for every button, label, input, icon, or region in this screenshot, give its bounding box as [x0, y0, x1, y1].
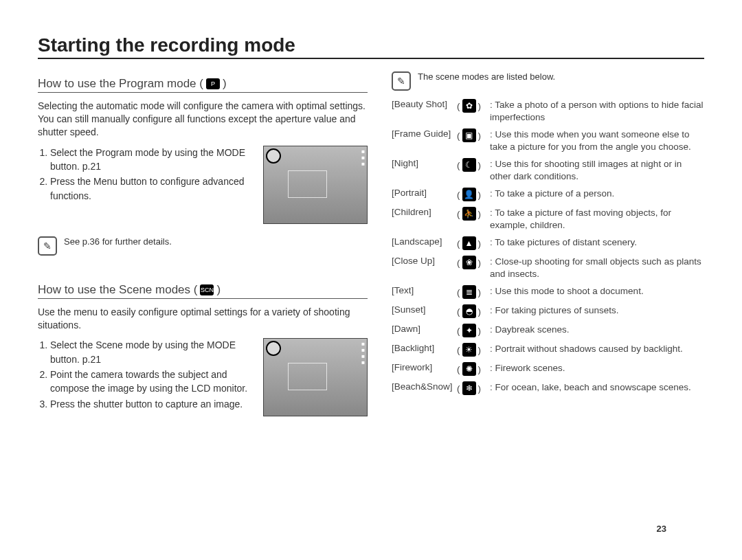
scene-mode-icon-wrap: ( ❄ )	[457, 381, 490, 395]
dawn-icon: ✦	[462, 324, 476, 337]
scene-mode-label: [Portrait]	[392, 188, 457, 198]
text-icon: ≣	[462, 285, 476, 299]
beauty-icon: ✿	[462, 99, 476, 113]
note-icon: ✎	[392, 71, 411, 91]
scene-mode-row: [Sunset]( ◓ )For taking pictures of suns…	[392, 302, 704, 321]
step: Press the shutter button to capture an i…	[50, 397, 255, 411]
scene-mode-icon: SCN	[200, 284, 214, 295]
scene-mode-desc: Close-up shooting for small objects such…	[490, 256, 704, 280]
scene-mode-desc: To take pictures of distant scenery.	[490, 236, 704, 249]
scene-mode-desc: Portrait without shadows caused by backl…	[490, 343, 704, 355]
scene-mode-row: [Portrait]( 👤 )To take a picture of a pe…	[392, 185, 704, 204]
heading-text: How to use the Scene modes (	[38, 283, 197, 297]
scene-mode-label: [Backlight]	[392, 343, 457, 353]
night-icon: ☾	[462, 158, 476, 172]
beach-snow-icon: ❄	[462, 381, 476, 395]
heading-text-post: )	[223, 77, 227, 91]
scene-mode-row: [Night]( ☾ )Use this for shooting still …	[392, 155, 704, 185]
mode-indicator-icon	[266, 148, 281, 164]
scene-mode-row: [Beach&Snow]( ❄ )For ocean, lake, beach …	[392, 379, 704, 398]
scene-mode-heading: How to use the Scene modes ( SCN )	[38, 283, 368, 299]
scene-mode-icon-wrap: ( 👤 )	[457, 188, 490, 201]
scene-mode-row: [Dawn]( ✦ )Daybreak scenes.	[392, 321, 704, 340]
scene-mode-desc: For ocean, lake, beach and snowscape sce…	[490, 381, 704, 394]
scene-mode-icon-wrap: ( ✺ )	[457, 362, 490, 376]
preview-status-icons: ■■■	[361, 148, 365, 167]
scene-mode-icon-wrap: ( ▣ )	[457, 128, 490, 142]
scene-mode-icon-wrap: ( ◓ )	[457, 304, 490, 318]
scene-mode-row: [Firework]( ✺ )Firework scenes.	[392, 359, 704, 379]
scene-mode-icon-wrap: ( ▲ )	[457, 236, 490, 250]
scene-mode-desc: Use this for shooting still images at ni…	[490, 158, 704, 182]
scene-mode-desc: Firework scenes.	[490, 362, 704, 374]
heading-text-post: )	[216, 283, 221, 297]
scene-mode-label: [Night]	[392, 158, 457, 168]
step: Press the Menu button to configure advan…	[50, 175, 255, 203]
scene-mode-icon-wrap: ( ⛹ )	[457, 207, 490, 221]
scene-mode-label: [Sunset]	[392, 304, 457, 315]
step: Select the Scene mode by using the MODE …	[50, 338, 255, 366]
scene-mode-label: [Close Up]	[392, 256, 457, 266]
children-icon: ⛹	[462, 207, 476, 221]
scene-mode-desc: Daybreak scenes.	[490, 324, 704, 336]
scene-mode-label: [Beauty Shot]	[392, 99, 457, 109]
scene-mode-icon-wrap: ( ☀ )	[457, 343, 490, 357]
scene-mode-label: [Landscape]	[392, 236, 457, 247]
scene-steps: Select the Scene mode by using the MODE …	[50, 338, 255, 416]
scene-mode-icon-wrap: ( ✦ )	[457, 324, 490, 337]
scene-mode-desc: To take a picture of a person.	[490, 188, 704, 200]
sunset-icon: ◓	[462, 304, 476, 318]
scene-mode-desc: Take a photo of a person with options to…	[490, 99, 704, 123]
scene-mode-row: [Beauty Shot]( ✿ )Take a photo of a pers…	[392, 96, 704, 126]
preview-status-icons: ■■■■	[361, 341, 365, 366]
program-preview-image: ■■■	[263, 146, 368, 224]
scene-mode-desc: Use this mode when you want someone else…	[490, 128, 704, 153]
scene-mode-label: [Text]	[392, 285, 457, 295]
firework-icon: ✺	[462, 362, 476, 376]
step: Point the camera towards the subject and…	[50, 368, 255, 396]
scene-mode-label: [Frame Guide]	[392, 128, 457, 139]
program-note: See p.36 for further details.	[64, 236, 172, 247]
note-icon: ✎	[38, 236, 57, 256]
program-mode-heading: How to use the Program mode ( P )	[38, 77, 368, 93]
scene-mode-desc: For taking pictures of sunsets.	[490, 304, 704, 317]
scene-mode-row: [Text]( ≣ )Use this mode to shoot a docu…	[392, 282, 704, 302]
program-intro: Selecting the automatic mode will config…	[38, 100, 368, 139]
scene-modes-table: [Beauty Shot]( ✿ )Take a photo of a pers…	[392, 96, 704, 398]
mode-indicator-icon	[266, 341, 281, 356]
frame-guide-icon: ▣	[462, 128, 476, 142]
scene-preview-image: ■■■■	[263, 338, 368, 416]
page-number: 23	[657, 524, 666, 534]
scene-mode-row: [Frame Guide]( ▣ )Use this mode when you…	[392, 126, 704, 155]
scene-mode-icon-wrap: ( ≣ )	[457, 285, 490, 299]
scene-mode-desc: To take a picture of fast moving objects…	[490, 207, 704, 231]
scene-mode-label: [Beach&Snow]	[392, 381, 457, 392]
heading-text: How to use the Program mode (	[38, 77, 203, 91]
scene-mode-row: [Landscape]( ▲ )To take pictures of dist…	[392, 234, 704, 253]
step: Select the Program mode by using the MOD…	[50, 146, 255, 174]
scene-mode-label: [Children]	[392, 207, 457, 217]
scene-mode-label: [Firework]	[392, 362, 457, 372]
backlight-icon: ☀	[462, 343, 476, 357]
scene-mode-label: [Dawn]	[392, 324, 457, 334]
scene-intro: Use the menu to easily configure optimal…	[38, 306, 368, 332]
landscape-icon: ▲	[462, 236, 476, 250]
scene-mode-row: [Close Up]( ❀ )Close-up shooting for sma…	[392, 253, 704, 282]
page-title: Starting the recording mode	[38, 34, 704, 59]
scene-list-note: The scene modes are listed below.	[418, 71, 555, 82]
closeup-icon: ❀	[462, 256, 476, 269]
scene-mode-row: [Children]( ⛹ )To take a picture of fast…	[392, 204, 704, 234]
program-steps: Select the Program mode by using the MOD…	[50, 146, 255, 224]
scene-mode-desc: Use this mode to shoot a document.	[490, 285, 704, 298]
program-mode-icon: P	[206, 78, 220, 89]
scene-mode-icon-wrap: ( ☾ )	[457, 158, 490, 172]
scene-mode-icon-wrap: ( ❀ )	[457, 256, 490, 269]
portrait-icon: 👤	[462, 188, 476, 201]
scene-mode-row: [Backlight]( ☀ )Portrait without shadows…	[392, 340, 704, 359]
scene-mode-icon-wrap: ( ✿ )	[457, 99, 490, 113]
